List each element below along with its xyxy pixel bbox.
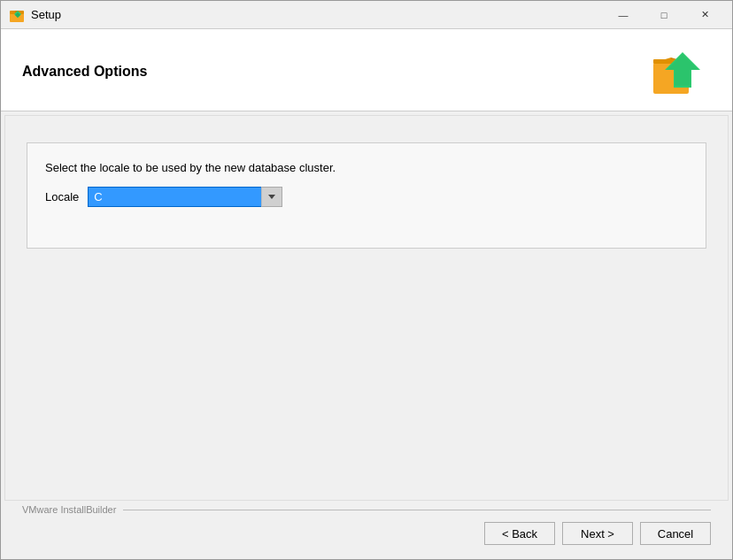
locale-select-wrapper: C en_US.UTF-8 en_GB.UTF-8 de_DE.UTF-8 fr… [88, 187, 282, 207]
minimize-button[interactable]: — [603, 1, 644, 29]
app-icon [8, 6, 26, 24]
footer: VMware InstallBuilder < Back Next > Canc… [1, 504, 732, 559]
brand-text: VMware InstallBuilder [22, 504, 116, 515]
cancel-button[interactable]: Cancel [640, 522, 711, 545]
description-text: Select the locale to be used by the new … [45, 161, 688, 174]
back-button[interactable]: < Back [484, 522, 555, 545]
locale-row: Locale C en_US.UTF-8 en_GB.UTF-8 de_DE.U… [45, 187, 688, 207]
header-area: Advanced Options [1, 29, 732, 111]
title-bar: Setup — □ ✕ [1, 1, 732, 29]
maximize-button[interactable]: □ [644, 1, 684, 29]
content-inner: Select the locale to be used by the new … [27, 142, 706, 249]
window-title: Setup [31, 8, 603, 21]
setup-logo [649, 45, 711, 98]
locale-select[interactable]: C en_US.UTF-8 en_GB.UTF-8 de_DE.UTF-8 fr… [88, 187, 282, 207]
locale-label: Locale [45, 190, 79, 203]
footer-buttons: < Back Next > Cancel [22, 522, 711, 545]
next-button[interactable]: Next > [562, 522, 633, 545]
window-controls: — □ ✕ [603, 1, 725, 29]
footer-brand: VMware InstallBuilder [22, 504, 711, 515]
page-title: Advanced Options [22, 64, 147, 80]
footer-divider [123, 510, 711, 510]
setup-window: Setup — □ ✕ Advanced Options Select the … [0, 0, 733, 560]
close-button[interactable]: ✕ [684, 1, 725, 29]
content-area: Select the locale to be used by the new … [4, 115, 729, 501]
